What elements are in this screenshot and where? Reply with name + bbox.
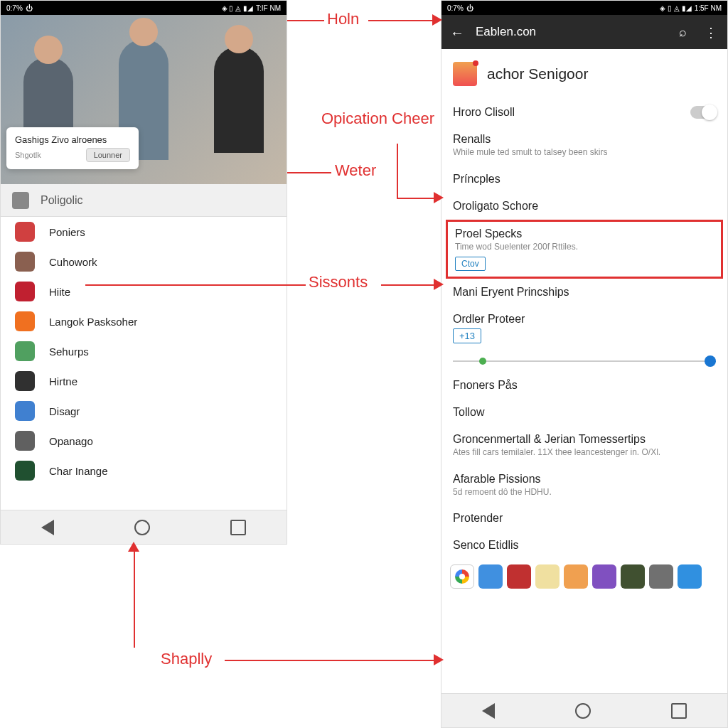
setting-label: Renalls bbox=[453, 133, 716, 146]
nav-bar bbox=[1, 510, 287, 544]
hero-card-button[interactable]: Lounner bbox=[86, 148, 130, 162]
app-item[interactable]: Poniers bbox=[1, 217, 287, 247]
app-item[interactable]: Cuhowork bbox=[1, 247, 287, 277]
app-label: Opanago bbox=[49, 435, 93, 447]
app-label: Disagr bbox=[49, 405, 80, 417]
slider[interactable] bbox=[453, 360, 716, 362]
app-icon bbox=[15, 461, 35, 481]
nav-home-button[interactable] bbox=[575, 703, 591, 719]
slider-marker bbox=[479, 358, 486, 365]
app-icon bbox=[15, 222, 35, 242]
dock-app-icon[interactable] bbox=[678, 564, 702, 589]
dock-app-icon[interactable] bbox=[507, 564, 531, 589]
setting-row[interactable]: Tollow bbox=[441, 399, 727, 426]
app-item[interactable]: Hirtne bbox=[1, 366, 287, 396]
count-badge: +13 bbox=[453, 328, 481, 343]
setting-row[interactable]: Senco Etidlis bbox=[441, 532, 727, 559]
hero-image: Gashigs Zivo alroenes Shgotlk Lounner bbox=[1, 15, 287, 184]
setting-row[interactable]: Oroligato Schore bbox=[441, 193, 727, 220]
nav-back-button[interactable] bbox=[41, 520, 54, 535]
app-label: Hirtne bbox=[49, 375, 77, 387]
nav-back-button[interactable] bbox=[482, 703, 495, 719]
arrow-head-icon bbox=[128, 542, 139, 552]
dock-app-icon[interactable] bbox=[535, 564, 560, 589]
clock-text: T:IF NM bbox=[256, 4, 281, 12]
app-icon bbox=[15, 311, 35, 331]
setting-row[interactable]: Mani Eryent Princships bbox=[441, 279, 727, 306]
arrow-line bbox=[85, 284, 306, 286]
arrow-head-icon bbox=[432, 14, 442, 26]
setting-label: Protender bbox=[453, 512, 716, 525]
setting-subtitle: Ates fill cars temilaler. 11X thee leanc… bbox=[453, 447, 716, 459]
app-item[interactable]: Langok Pasksoher bbox=[1, 306, 287, 336]
app-icon bbox=[15, 252, 35, 272]
toggle-switch[interactable] bbox=[690, 106, 716, 119]
setting-label: Mani Eryent Princships bbox=[453, 286, 716, 299]
nav-bar bbox=[441, 693, 727, 727]
setting-row[interactable]: Groncenmertall & Jerian Tomessertips Ate… bbox=[441, 426, 727, 466]
arrow-line bbox=[225, 660, 435, 661]
arrow-line bbox=[287, 20, 324, 21]
battery-icon: ⏻ bbox=[26, 4, 33, 12]
arrow-line bbox=[287, 172, 331, 173]
arrow-line bbox=[134, 551, 135, 648]
setting-row[interactable]: Ordler Proteer +13 bbox=[441, 306, 727, 350]
app-dock bbox=[441, 559, 727, 594]
app-icon bbox=[15, 401, 35, 421]
toolbar-title: Eablen.con bbox=[476, 25, 668, 39]
nav-recent-button[interactable] bbox=[671, 703, 687, 719]
settings-title: achor Senigoor bbox=[487, 65, 588, 82]
battery-text: 0:7% bbox=[447, 4, 464, 12]
annotation-label: Opication Cheer bbox=[321, 109, 434, 128]
setting-row[interactable]: Príncples bbox=[441, 166, 727, 193]
app-item[interactable]: Char Inange bbox=[1, 456, 287, 486]
settings-header: achor Senigoor bbox=[441, 49, 727, 99]
hero-card-title: Gashigs Zivo alroenes bbox=[15, 134, 130, 145]
setting-label: Príncples bbox=[453, 173, 716, 186]
slider-thumb[interactable] bbox=[705, 355, 716, 367]
chip-button[interactable]: Ctov bbox=[455, 257, 486, 271]
search-icon[interactable]: ⌕ bbox=[679, 25, 693, 39]
phone-right: 0:7%⏻ ◈ ▯ ◬ ▮◢1:5F NM Eablen.con ⌕ ⋮ ach… bbox=[441, 0, 728, 728]
hero-card[interactable]: Gashigs Zivo alroenes Shgotlk Lounner bbox=[6, 127, 139, 169]
setting-row[interactable]: Hroro Clisoll bbox=[441, 99, 727, 126]
toolbar: Eablen.con ⌕ ⋮ bbox=[441, 15, 727, 49]
arrow-line bbox=[368, 20, 434, 21]
app-item[interactable]: Hiite bbox=[1, 277, 287, 306]
highlighted-setting[interactable]: Proel Specks Time wod Suelenter 200f Rtt… bbox=[446, 220, 723, 279]
dock-app-icon[interactable] bbox=[564, 564, 588, 589]
annotation-label: Holn bbox=[327, 10, 359, 28]
dock-app-icon[interactable] bbox=[592, 564, 616, 589]
setting-row[interactable]: Fnoners Pås bbox=[441, 372, 727, 399]
back-icon[interactable] bbox=[450, 25, 464, 39]
setting-label: Groncenmertall & Jerian Tomessertips bbox=[453, 433, 716, 446]
setting-subtitle: Time wod Suelenter 200f Rttiles. bbox=[455, 242, 714, 253]
dock-app-icon[interactable] bbox=[621, 564, 645, 589]
arrow-head-icon bbox=[434, 279, 444, 290]
dock-app-icon[interactable] bbox=[478, 564, 503, 589]
hero-card-subtitle: Shgotlk bbox=[15, 151, 41, 159]
dock-app-icon[interactable] bbox=[649, 564, 673, 589]
app-item[interactable]: Sehurps bbox=[1, 336, 287, 366]
nav-recent-button[interactable] bbox=[230, 520, 246, 535]
app-icon bbox=[15, 282, 35, 301]
arrow-line bbox=[397, 198, 435, 199]
dock-app-icon[interactable] bbox=[450, 564, 474, 589]
nav-home-button[interactable] bbox=[134, 520, 150, 535]
app-label: Sehurps bbox=[49, 346, 89, 358]
annotation-label: Shaplly bbox=[161, 650, 212, 668]
app-item[interactable]: Opanago bbox=[1, 426, 287, 456]
app-list: PoniersCuhoworkHiiteLangok PasksoherSehu… bbox=[1, 217, 287, 486]
setting-row[interactable]: Renalls While mule ted smult to talsey b… bbox=[441, 126, 727, 166]
setting-label: Ordler Proteer bbox=[453, 313, 716, 326]
app-icon bbox=[15, 341, 35, 361]
more-icon[interactable]: ⋮ bbox=[705, 25, 719, 39]
app-label: Poniers bbox=[49, 226, 85, 238]
person-illustration bbox=[214, 46, 264, 153]
setting-label: Oroligato Schore bbox=[453, 200, 716, 213]
setting-row[interactable]: Protender bbox=[441, 505, 727, 532]
app-icon bbox=[15, 431, 35, 451]
section-title: Poligolic bbox=[41, 194, 83, 207]
app-item[interactable]: Disagr bbox=[1, 396, 287, 426]
setting-row[interactable]: Afarable Pissions 5d remoent dô the HDHU… bbox=[441, 466, 727, 505]
